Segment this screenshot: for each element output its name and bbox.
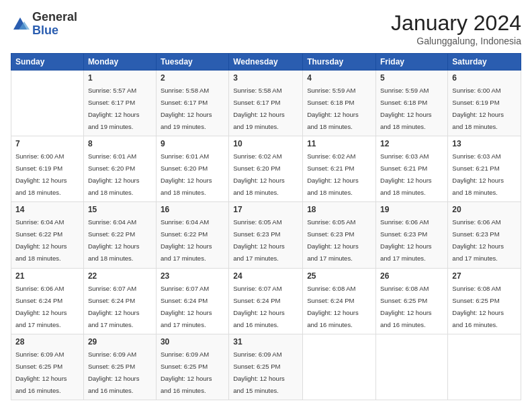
day-number: 2	[161, 73, 224, 83]
day-number: 5	[380, 73, 443, 83]
day-number: 26	[380, 271, 443, 281]
calendar-cell: 23Sunrise: 6:07 AM Sunset: 6:24 PM Dayli…	[156, 268, 228, 334]
calendar-cell: 30Sunrise: 6:09 AM Sunset: 6:25 PM Dayli…	[156, 334, 228, 400]
logo-icon	[11, 15, 30, 34]
calendar-header-row: SundayMondayTuesdayWednesdayThursdayFrid…	[11, 54, 521, 71]
calendar-cell	[303, 334, 376, 400]
day-info: Sunrise: 6:02 AM Sunset: 6:21 PM Dayligh…	[307, 152, 359, 196]
calendar-week-row: 14Sunrise: 6:04 AM Sunset: 6:22 PM Dayli…	[11, 202, 521, 268]
day-number: 28	[15, 337, 79, 347]
day-info: Sunrise: 6:03 AM Sunset: 6:21 PM Dayligh…	[380, 152, 432, 196]
calendar-cell: 10Sunrise: 6:02 AM Sunset: 6:20 PM Dayli…	[229, 136, 303, 202]
day-number: 11	[307, 139, 371, 148]
day-number: 15	[88, 205, 152, 214]
day-info: Sunrise: 6:09 AM Sunset: 6:25 PM Dayligh…	[161, 351, 212, 394]
day-header-friday: Friday	[376, 54, 448, 71]
calendar-cell: 3Sunrise: 5:58 AM Sunset: 6:17 PM Daylig…	[229, 71, 303, 136]
day-number: 4	[307, 73, 371, 83]
day-info: Sunrise: 6:07 AM Sunset: 6:24 PM Dayligh…	[88, 285, 140, 328]
day-number: 9	[161, 139, 224, 148]
day-info: Sunrise: 6:09 AM Sunset: 6:25 PM Dayligh…	[233, 351, 285, 394]
calendar-cell: 29Sunrise: 6:09 AM Sunset: 6:25 PM Dayli…	[83, 334, 156, 400]
calendar-cell: 8Sunrise: 6:01 AM Sunset: 6:20 PM Daylig…	[83, 136, 156, 202]
day-number: 6	[452, 73, 517, 83]
day-info: Sunrise: 6:03 AM Sunset: 6:21 PM Dayligh…	[452, 152, 504, 196]
calendar-cell: 11Sunrise: 6:02 AM Sunset: 6:21 PM Dayli…	[303, 136, 376, 202]
logo-blue: Blue	[32, 24, 77, 38]
day-number: 23	[161, 271, 224, 281]
calendar-table: SundayMondayTuesdayWednesdayThursdayFrid…	[11, 53, 521, 400]
day-number: 21	[15, 271, 79, 281]
calendar-week-row: 7Sunrise: 6:00 AM Sunset: 6:19 PM Daylig…	[11, 136, 521, 202]
day-number: 13	[452, 139, 517, 148]
month-title: January 2024	[391, 11, 521, 36]
calendar-cell: 22Sunrise: 6:07 AM Sunset: 6:24 PM Dayli…	[83, 268, 156, 334]
day-number: 3	[233, 73, 298, 83]
calendar-cell: 17Sunrise: 6:05 AM Sunset: 6:23 PM Dayli…	[229, 202, 303, 268]
day-number: 22	[88, 271, 152, 281]
day-header-saturday: Saturday	[448, 54, 521, 71]
calendar-week-row: 28Sunrise: 6:09 AM Sunset: 6:25 PM Dayli…	[11, 334, 521, 400]
day-info: Sunrise: 6:06 AM Sunset: 6:23 PM Dayligh…	[380, 218, 432, 262]
calendar-cell: 4Sunrise: 5:59 AM Sunset: 6:18 PM Daylig…	[303, 71, 376, 136]
day-number: 16	[161, 205, 224, 214]
calendar-cell: 21Sunrise: 6:06 AM Sunset: 6:24 PM Dayli…	[11, 268, 84, 334]
day-info: Sunrise: 6:04 AM Sunset: 6:22 PM Dayligh…	[88, 218, 140, 262]
calendar-cell	[376, 334, 448, 400]
day-header-tuesday: Tuesday	[156, 54, 228, 71]
calendar-cell: 6Sunrise: 6:00 AM Sunset: 6:19 PM Daylig…	[448, 71, 521, 136]
day-header-wednesday: Wednesday	[229, 54, 303, 71]
day-info: Sunrise: 6:09 AM Sunset: 6:25 PM Dayligh…	[15, 351, 67, 394]
day-number: 24	[233, 271, 298, 281]
calendar-cell: 12Sunrise: 6:03 AM Sunset: 6:21 PM Dayli…	[376, 136, 448, 202]
day-info: Sunrise: 6:02 AM Sunset: 6:20 PM Dayligh…	[233, 152, 285, 196]
day-info: Sunrise: 6:08 AM Sunset: 6:25 PM Dayligh…	[452, 285, 504, 328]
header: General Blue January 2024 Galunggalung, …	[11, 11, 521, 46]
calendar-cell: 19Sunrise: 6:06 AM Sunset: 6:23 PM Dayli…	[376, 202, 448, 268]
day-info: Sunrise: 6:00 AM Sunset: 6:19 PM Dayligh…	[452, 87, 504, 130]
day-number: 8	[88, 139, 152, 148]
day-number: 30	[161, 337, 224, 347]
day-number: 7	[15, 139, 79, 148]
day-info: Sunrise: 6:04 AM Sunset: 6:22 PM Dayligh…	[15, 218, 67, 262]
calendar-cell	[448, 334, 521, 400]
day-info: Sunrise: 6:09 AM Sunset: 6:25 PM Dayligh…	[88, 351, 140, 394]
day-number: 27	[452, 271, 517, 281]
calendar-cell: 18Sunrise: 6:05 AM Sunset: 6:23 PM Dayli…	[303, 202, 376, 268]
calendar-cell: 5Sunrise: 5:59 AM Sunset: 6:18 PM Daylig…	[376, 71, 448, 136]
day-number: 20	[452, 205, 517, 214]
day-header-monday: Monday	[83, 54, 156, 71]
calendar-cell: 2Sunrise: 5:58 AM Sunset: 6:17 PM Daylig…	[156, 71, 228, 136]
location-subtitle: Galunggalung, Indonesia	[391, 36, 521, 46]
calendar-cell: 9Sunrise: 6:01 AM Sunset: 6:20 PM Daylig…	[156, 136, 228, 202]
day-info: Sunrise: 5:58 AM Sunset: 6:17 PM Dayligh…	[161, 87, 212, 130]
day-info: Sunrise: 6:05 AM Sunset: 6:23 PM Dayligh…	[233, 218, 285, 262]
day-info: Sunrise: 5:59 AM Sunset: 6:18 PM Dayligh…	[380, 87, 432, 130]
day-info: Sunrise: 6:05 AM Sunset: 6:23 PM Dayligh…	[307, 218, 359, 262]
day-info: Sunrise: 6:08 AM Sunset: 6:24 PM Dayligh…	[307, 285, 359, 328]
day-info: Sunrise: 5:58 AM Sunset: 6:17 PM Dayligh…	[233, 87, 285, 130]
day-number: 17	[233, 205, 298, 214]
day-info: Sunrise: 5:59 AM Sunset: 6:18 PM Dayligh…	[307, 87, 359, 130]
day-number: 31	[233, 337, 298, 347]
calendar-cell: 7Sunrise: 6:00 AM Sunset: 6:19 PM Daylig…	[11, 136, 84, 202]
calendar-cell: 24Sunrise: 6:07 AM Sunset: 6:24 PM Dayli…	[229, 268, 303, 334]
calendar-cell: 26Sunrise: 6:08 AM Sunset: 6:25 PM Dayli…	[376, 268, 448, 334]
calendar-cell: 16Sunrise: 6:04 AM Sunset: 6:22 PM Dayli…	[156, 202, 228, 268]
day-info: Sunrise: 6:00 AM Sunset: 6:19 PM Dayligh…	[15, 152, 67, 196]
calendar-cell: 1Sunrise: 5:57 AM Sunset: 6:17 PM Daylig…	[83, 71, 156, 136]
day-info: Sunrise: 6:01 AM Sunset: 6:20 PM Dayligh…	[161, 152, 212, 196]
title-area: January 2024 Galunggalung, Indonesia	[391, 11, 521, 46]
calendar-cell	[11, 71, 84, 136]
day-header-thursday: Thursday	[303, 54, 376, 71]
calendar-week-row: 1Sunrise: 5:57 AM Sunset: 6:17 PM Daylig…	[11, 71, 521, 136]
day-number: 18	[307, 205, 371, 214]
day-info: Sunrise: 6:06 AM Sunset: 6:23 PM Dayligh…	[452, 218, 504, 262]
day-number: 25	[307, 271, 371, 281]
page: General Blue January 2024 Galunggalung, …	[0, 0, 532, 411]
calendar-cell: 15Sunrise: 6:04 AM Sunset: 6:22 PM Dayli…	[83, 202, 156, 268]
calendar-week-row: 21Sunrise: 6:06 AM Sunset: 6:24 PM Dayli…	[11, 268, 521, 334]
day-info: Sunrise: 6:01 AM Sunset: 6:20 PM Dayligh…	[88, 152, 140, 196]
day-number: 14	[15, 205, 79, 214]
day-info: Sunrise: 6:06 AM Sunset: 6:24 PM Dayligh…	[15, 285, 67, 328]
